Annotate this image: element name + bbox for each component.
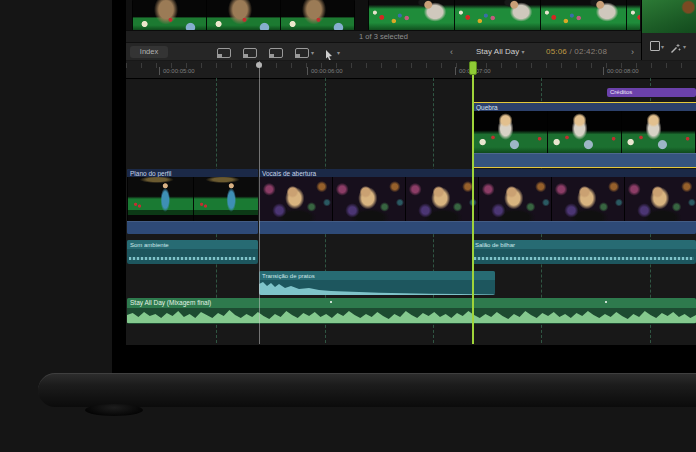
tool-menu-chevron-icon[interactable]: ▾ <box>337 49 340 56</box>
timecode-current: 05:06 <box>546 47 567 56</box>
index-button[interactable]: Index <box>130 46 168 58</box>
enhancements-wand-icon[interactable] <box>670 40 681 58</box>
skimmer-pin-icon[interactable] <box>256 62 262 68</box>
timeline-ruler[interactable]: 00:00:05:00 00:00:06:00 00:00:07:00 00:0… <box>126 61 696 79</box>
clip-plano-do-perfil[interactable]: Plano do perfil <box>127 169 258 234</box>
connect-edit-icon[interactable] <box>217 48 231 58</box>
clip-name-label: Créditos <box>607 88 696 96</box>
timecode-display: 05:06 / 02:42:08 <box>546 46 607 58</box>
enhancements-chevron-icon[interactable]: ▾ <box>683 43 686 50</box>
append-edit-icon[interactable] <box>269 48 283 58</box>
clip-salao-de-bilhar[interactable]: Salão de bilhar <box>472 240 696 264</box>
project-chevron-icon: ▾ <box>521 49 524 55</box>
audio-waveform-decay <box>259 280 495 295</box>
macbook-base <box>38 373 696 407</box>
clip-marker-dot <box>605 301 607 303</box>
viewer-image <box>642 0 696 33</box>
selection-count-text: 1 of 3 selected <box>359 32 408 41</box>
audio-waveform <box>129 257 256 260</box>
skimmer-line[interactable] <box>259 61 260 344</box>
insert-edit-icon[interactable] <box>243 48 257 58</box>
macbook-foot <box>85 404 143 416</box>
playhead-handle[interactable] <box>469 61 477 75</box>
browser-pane <box>126 0 641 30</box>
timeline-toolbar: Index ▾ ▾ ‹ Stay All Day ▾ 05:06 / 02:42… <box>126 42 641 61</box>
audio-waveform <box>127 307 696 323</box>
clip-name-label: Salão de bilhar <box>472 240 696 249</box>
clip-audio-section <box>259 221 696 234</box>
clip-marker-dot <box>330 301 332 303</box>
audio-waveform <box>474 257 694 260</box>
macbook-scene: 1 of 3 selected Index ▾ ▾ ‹ Stay All Day… <box>0 0 696 452</box>
previous-project-icon[interactable]: ‹ <box>450 46 453 58</box>
clip-filmstrip <box>127 177 258 221</box>
clip-audio-section <box>473 153 696 167</box>
overwrite-edit-icon[interactable] <box>295 48 309 58</box>
ruler-timecode-label: 00:00:05:00 <box>159 67 195 75</box>
timecode-total: 02:42:08 <box>574 47 607 56</box>
clip-creditos[interactable]: Créditos <box>607 88 696 97</box>
browser-clip-filmstrip-1[interactable] <box>132 0 355 30</box>
viewer-toolbar: ▾ ▾ <box>642 33 696 60</box>
clip-som-ambiente[interactable]: Som ambiente <box>127 240 258 264</box>
timeline-pane: 00:00:05:00 00:00:06:00 00:00:07:00 00:0… <box>126 60 696 345</box>
project-name-label: Stay All Day <box>476 47 519 56</box>
edit-options-chevron-icon[interactable]: ▾ <box>311 49 314 56</box>
ruler-timecode-label: 00:00:06:00 <box>307 67 343 75</box>
clip-transicao-de-pratos[interactable]: Transição de pratos <box>259 271 495 295</box>
crop-chevron-icon[interactable]: ▾ <box>661 43 664 50</box>
clip-filmstrip <box>473 111 696 153</box>
crop-icon[interactable] <box>650 41 660 51</box>
ruler-timecode-label: 00:00:08:00 <box>603 67 639 75</box>
clip-stay-all-day-music[interactable]: Stay All Day (Mixagem final) <box>127 298 696 324</box>
clip-name-label: Transição de pratos <box>259 271 495 280</box>
clip-audio-section <box>127 221 258 234</box>
project-name-dropdown[interactable]: Stay All Day ▾ <box>476 46 524 58</box>
final-cut-pro-window: 1 of 3 selected Index ▾ ▾ ‹ Stay All Day… <box>126 0 696 345</box>
clip-name-label: Som ambiente <box>127 240 258 249</box>
clip-filmstrip <box>259 177 696 221</box>
playhead-line[interactable] <box>472 61 474 344</box>
browser-clip-filmstrip-2[interactable] <box>368 0 640 30</box>
clip-quebra-selected[interactable]: Quebra <box>472 102 696 168</box>
next-project-icon[interactable]: › <box>631 46 634 58</box>
clip-name-label: Quebra <box>473 103 696 111</box>
clip-vocais-de-abertura[interactable]: Vocais de abertura <box>259 169 696 234</box>
